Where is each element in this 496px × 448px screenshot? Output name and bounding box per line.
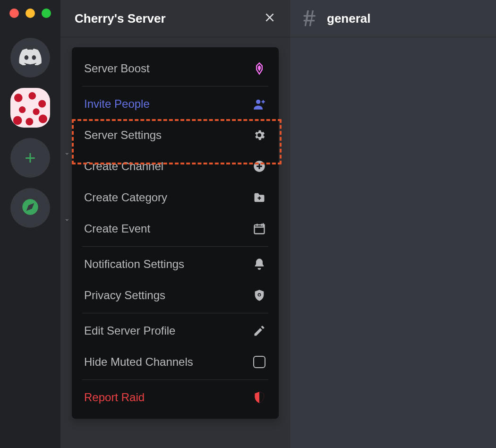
menu-report-raid[interactable]: Report Raid (78, 382, 272, 413)
add-user-icon (252, 97, 266, 111)
channel-name: general (327, 11, 371, 26)
window-close-dot[interactable] (9, 9, 19, 18)
server-name: Cherry's Server (75, 11, 166, 26)
svg-point-0 (256, 100, 260, 104)
boost-gem-icon (252, 61, 266, 76)
menu-label: Hide Muted Channels (84, 355, 193, 369)
channel-sidebar: Cherry's Server ⌄ ⌄ Server Boost Invite … (60, 0, 290, 448)
menu-hide-muted-channels[interactable]: Hide Muted Channels (78, 346, 272, 378)
shield-star-icon (252, 288, 266, 302)
menu-privacy-settings[interactable]: Privacy Settings (78, 280, 272, 311)
chat-area: general (290, 0, 496, 448)
plus-circle-icon (252, 159, 266, 173)
menu-label: Invite People (84, 97, 150, 111)
menu-label: Server Settings (84, 129, 162, 142)
menu-label: Server Boost (84, 62, 150, 75)
menu-divider (82, 86, 268, 86)
server-rail: + (0, 0, 60, 448)
menu-edit-server-profile[interactable]: Edit Server Profile (78, 315, 272, 346)
menu-create-category[interactable]: Create Category (78, 182, 272, 213)
menu-label: Report Raid (84, 391, 145, 404)
menu-label: Edit Server Profile (84, 324, 175, 337)
chat-header: general (290, 0, 496, 37)
window-zoom-dot[interactable] (42, 9, 51, 18)
menu-divider (82, 313, 268, 313)
shield-alert-icon (252, 390, 266, 405)
plus-icon: + (25, 147, 35, 169)
menu-label: Notification Settings (84, 258, 184, 271)
folder-plus-icon (252, 190, 266, 205)
menu-create-channel[interactable]: Create Channel (78, 151, 272, 182)
menu-divider (82, 246, 268, 247)
hash-icon (300, 8, 319, 29)
close-icon[interactable] (264, 11, 276, 26)
window-minimize-dot[interactable] (26, 9, 35, 18)
server-header[interactable]: Cherry's Server (60, 0, 290, 37)
menu-divider (82, 379, 268, 380)
pencil-icon (252, 324, 266, 338)
menu-label: Create Channel (84, 160, 163, 173)
calendar-plus-icon (252, 222, 266, 236)
server-dropdown-menu: Server Boost Invite People Server Settin… (72, 47, 279, 419)
bell-icon (252, 257, 266, 271)
window-traffic-lights (9, 9, 51, 18)
menu-server-boost[interactable]: Server Boost (78, 53, 272, 84)
gear-icon (252, 128, 266, 142)
menu-label: Create Category (84, 191, 167, 204)
menu-notification-settings[interactable]: Notification Settings (78, 249, 272, 280)
explore-servers-button[interactable] (10, 188, 50, 228)
discord-logo-icon (19, 48, 42, 67)
checkbox-empty-icon (252, 355, 266, 369)
menu-server-settings[interactable]: Server Settings (78, 120, 272, 151)
menu-invite-people[interactable]: Invite People (78, 88, 272, 120)
home-button[interactable] (10, 38, 50, 78)
menu-create-event[interactable]: Create Event (78, 213, 272, 244)
compass-icon (21, 198, 40, 218)
menu-label: Privacy Settings (84, 289, 165, 302)
add-server-button[interactable]: + (10, 138, 50, 178)
server-cherrys-server[interactable] (10, 88, 50, 128)
chevron-down-icon[interactable]: ⌄ (64, 215, 70, 222)
chevron-down-icon[interactable]: ⌄ (64, 148, 70, 156)
menu-label: Create Event (84, 222, 150, 235)
